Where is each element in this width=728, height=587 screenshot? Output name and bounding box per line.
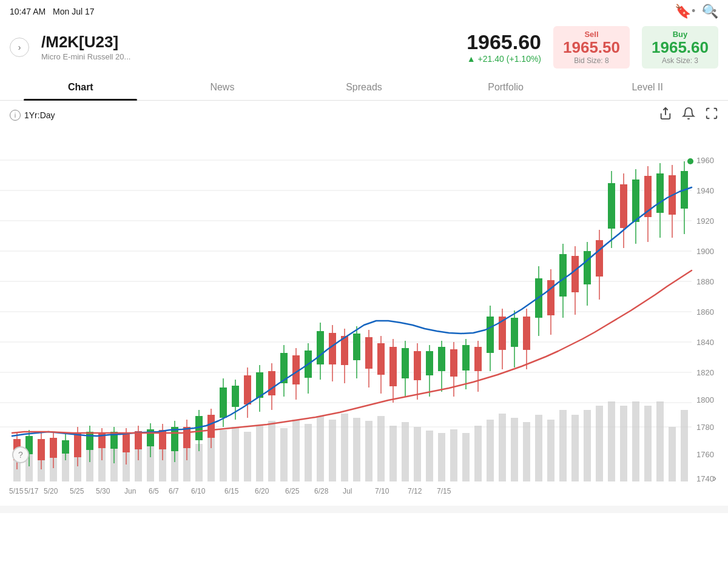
last-price: 1965.60 <box>467 30 541 54</box>
svg-text:6/20: 6/20 <box>255 487 269 495</box>
svg-rect-57 <box>438 433 445 481</box>
svg-rect-129 <box>317 331 324 364</box>
svg-text:1860: 1860 <box>696 307 714 317</box>
alert-icon[interactable] <box>682 107 695 124</box>
search-icon[interactable]: 🔍 <box>702 4 718 19</box>
svg-rect-50 <box>353 418 360 481</box>
svg-text:6/25: 6/25 <box>285 487 300 495</box>
svg-rect-89 <box>74 433 81 457</box>
symbol-header: › /M2K[U23] Micro E-mini Russell 20... 1… <box>0 22 728 75</box>
svg-rect-77 <box>681 410 688 481</box>
svg-rect-91 <box>86 432 93 450</box>
svg-rect-181 <box>632 179 639 222</box>
svg-rect-153 <box>462 345 470 371</box>
svg-text:7/15: 7/15 <box>437 487 451 495</box>
info-icon: i <box>10 110 21 121</box>
svg-rect-141 <box>389 347 397 386</box>
svg-text:5/20: 5/20 <box>44 487 58 495</box>
svg-rect-83 <box>38 439 45 460</box>
svg-text:6/15: 6/15 <box>224 487 239 495</box>
svg-rect-135 <box>353 334 360 360</box>
chevron-right-icon: › <box>18 42 21 52</box>
svg-rect-74 <box>644 406 652 481</box>
svg-rect-46 <box>305 424 312 481</box>
svg-rect-61 <box>487 420 494 481</box>
buy-size: Ask Size: 3 <box>652 56 709 65</box>
last-price-block: 1965.60 ▲ +21.40 (+1.10%) <box>467 30 541 64</box>
bookmark-icon[interactable]: 🔖 <box>675 4 691 19</box>
svg-rect-43 <box>268 421 275 481</box>
svg-rect-175 <box>596 240 603 277</box>
svg-rect-157 <box>487 317 494 353</box>
svg-rect-51 <box>365 421 372 481</box>
svg-rect-40 <box>232 427 239 481</box>
svg-rect-131 <box>329 333 336 364</box>
svg-rect-76 <box>669 427 676 481</box>
svg-text:6/10: 6/10 <box>191 487 206 495</box>
tab-spreads[interactable]: Spreads <box>293 75 435 100</box>
svg-rect-87 <box>62 440 69 454</box>
svg-text:Jun: Jun <box>124 487 136 495</box>
price-change: ▲ +21.40 (+1.10%) <box>467 54 541 64</box>
svg-point-21 <box>687 158 693 164</box>
chart-toolbar: i 1Yr:Day <box>0 101 728 130</box>
candlestick-chart: 1960 1940 1920 1900 1880 1860 1840 1820 … <box>0 130 728 506</box>
svg-rect-66 <box>547 420 554 481</box>
tab-news[interactable]: News <box>152 75 294 100</box>
timeframe-selector[interactable]: i 1Yr:Day <box>10 110 55 121</box>
tab-portfolio[interactable]: Portfolio <box>435 75 577 100</box>
svg-rect-107 <box>183 427 190 448</box>
svg-text:Jul: Jul <box>343 487 352 495</box>
sell-price: 1965.50 <box>563 39 620 56</box>
chart-actions <box>659 107 718 124</box>
sell-size: Bid Size: 8 <box>563 56 620 65</box>
tab-chart[interactable]: Chart <box>10 75 152 100</box>
svg-rect-177 <box>608 183 615 229</box>
svg-rect-147 <box>426 351 433 375</box>
svg-rect-149 <box>438 347 445 371</box>
share-icon[interactable] <box>659 107 672 124</box>
svg-rect-54 <box>402 422 409 481</box>
svg-rect-58 <box>450 429 457 481</box>
svg-rect-185 <box>656 173 664 213</box>
symbol-description: Micro E-mini Russell 20... <box>41 52 454 61</box>
svg-text:1940: 1940 <box>696 186 714 195</box>
svg-text:1800: 1800 <box>696 395 714 404</box>
svg-rect-97 <box>123 434 130 452</box>
svg-rect-65 <box>535 415 542 481</box>
svg-rect-117 <box>244 375 251 404</box>
change-pct: (+1.10%) <box>507 54 541 64</box>
help-badge[interactable]: ? <box>12 446 29 463</box>
svg-rect-60 <box>474 426 482 481</box>
svg-rect-59 <box>462 433 470 481</box>
svg-rect-115 <box>232 386 239 407</box>
status-time: 10:47 AM Mon Jul 17 <box>10 7 95 16</box>
svg-text:5/17: 5/17 <box>24 487 39 495</box>
sell-block[interactable]: Sell 1965.50 Bid Size: 8 <box>553 26 630 69</box>
header-action-icons: 🔖 🔍 <box>675 4 718 19</box>
svg-rect-55 <box>414 427 421 481</box>
chart-scrollbar[interactable] <box>0 506 728 513</box>
svg-rect-48 <box>329 420 336 481</box>
svg-text:1820: 1820 <box>696 368 714 377</box>
chart-area: 1960 1940 1920 1900 1880 1860 1840 1820 … <box>0 130 728 506</box>
svg-rect-85 <box>50 438 57 458</box>
svg-rect-151 <box>450 349 457 377</box>
svg-text:5/25: 5/25 <box>70 487 84 495</box>
change-value: +21.40 <box>478 54 504 64</box>
svg-text:1760: 1760 <box>696 450 714 459</box>
svg-text:6/5: 6/5 <box>149 487 159 495</box>
svg-text:1780: 1780 <box>696 423 714 432</box>
svg-rect-64 <box>523 422 530 481</box>
svg-text:1920: 1920 <box>696 216 714 226</box>
expand-icon[interactable] <box>705 107 718 124</box>
tab-level2[interactable]: Level II <box>576 75 718 100</box>
svg-rect-45 <box>292 420 300 481</box>
svg-rect-99 <box>135 431 142 449</box>
svg-rect-73 <box>632 401 639 481</box>
symbol-nav-button[interactable]: › <box>10 38 29 57</box>
buy-block[interactable]: Buy 1965.60 Ask Size: 3 <box>642 26 718 69</box>
price-section: 1965.60 ▲ +21.40 (+1.10%) Sell 1965.50 B… <box>467 26 718 69</box>
symbol-ticker: /M2K[U23] <box>41 33 454 51</box>
svg-text:7/12: 7/12 <box>408 487 422 495</box>
